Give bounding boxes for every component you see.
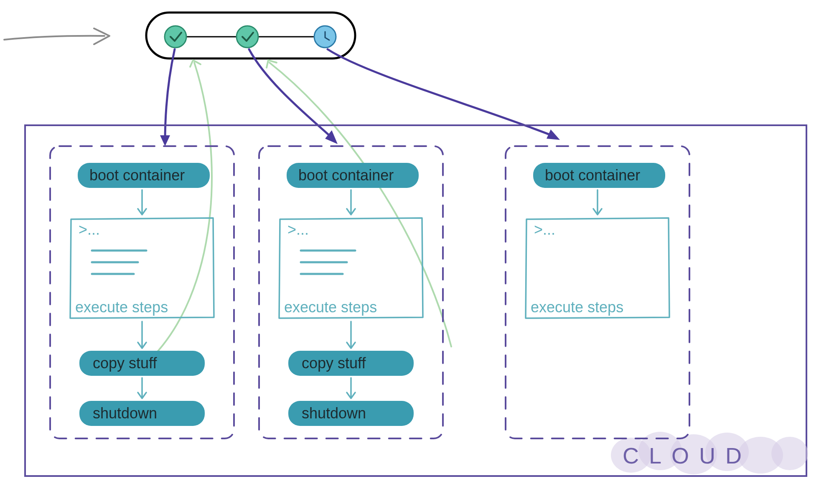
boot-label: boot container [298, 167, 394, 184]
svg-point-3 [165, 26, 186, 48]
shutdown-label: shutdown [93, 405, 157, 422]
dispatch-arrow-1 [160, 49, 175, 146]
incoming-arrow-icon [4, 28, 109, 44]
boot-label: boot container [89, 167, 185, 184]
svg-point-4 [236, 26, 258, 48]
copy-label: copy stuff [93, 355, 157, 372]
job-box-1: boot container >... execute steps copy s… [50, 146, 234, 438]
boot-label: boot container [545, 167, 640, 184]
pipeline-node-2 [236, 26, 258, 48]
job-box-3: boot container >... execute steps [506, 146, 689, 438]
terminal-prompt: >... [287, 221, 309, 238]
cloud-label: CLOUD [623, 443, 752, 468]
execute-label: execute steps [531, 299, 623, 316]
pipeline-node-3 [314, 26, 336, 48]
svg-point-14 [771, 437, 808, 470]
svg-marker-8 [547, 129, 560, 140]
dispatch-arrow-3 [328, 49, 560, 140]
copy-label: copy stuff [302, 355, 366, 372]
execute-label: execute steps [75, 299, 168, 316]
terminal-prompt: >... [79, 221, 100, 238]
execute-label: execute steps [284, 299, 377, 316]
pipeline-node-1 [165, 26, 186, 48]
shutdown-label: shutdown [302, 405, 366, 422]
svg-marker-6 [160, 135, 170, 146]
job-box-2: boot container >... execute steps copy s… [259, 146, 443, 438]
dispatch-arrow-2 [249, 49, 338, 144]
terminal-prompt: >... [534, 221, 555, 238]
architecture-diagram: CLOUD boot container >... execute steps … [0, 0, 829, 504]
